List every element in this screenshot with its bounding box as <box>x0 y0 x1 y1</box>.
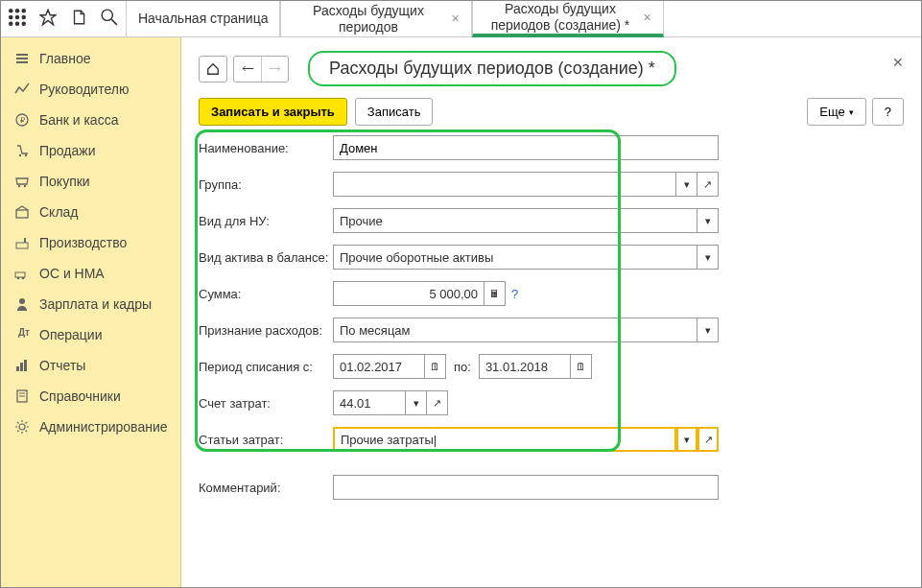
open-icon[interactable]: ↗ <box>697 172 719 197</box>
history-icon[interactable] <box>70 9 87 29</box>
period-label: Период списания с: <box>199 360 333 374</box>
recognition-input[interactable]: По месяцам ▾ <box>333 318 719 342</box>
chevron-down-icon[interactable]: ▾ <box>697 318 719 342</box>
main-content: ✕ 🡐 🡒 Расходы будущих периодов (создание… <box>181 37 921 587</box>
tab-start-page[interactable]: Начальная страница <box>126 1 280 36</box>
comment-value[interactable] <box>340 481 712 495</box>
sidebar-item-label: Отчеты <box>39 358 85 373</box>
sidebar-item-label: Зарплата и кадры <box>39 296 152 312</box>
sidebar-item-hr[interactable]: Зарплата и кадры <box>1 289 180 319</box>
nav-history: 🡐 🡒 <box>233 56 289 82</box>
calculator-icon[interactable]: 🖩 <box>485 281 506 306</box>
star-icon[interactable] <box>39 9 57 29</box>
close-icon[interactable]: ✕ <box>892 55 904 70</box>
sidebar-item-warehouse[interactable]: Склад <box>1 197 180 227</box>
sidebar-item-reports[interactable]: Отчеты <box>1 350 180 381</box>
svg-point-17 <box>25 154 27 156</box>
asset-label: Вид актива в балансе: <box>199 250 333 265</box>
sidebar-item-operations[interactable]: ДтОперации <box>1 319 180 350</box>
sidebar-item-production[interactable]: Производство <box>1 227 180 258</box>
close-icon[interactable]: ✕ <box>643 12 651 24</box>
period-to-value: 31.01.2018 <box>485 360 548 374</box>
chevron-down-icon[interactable]: ▾ <box>697 245 719 270</box>
comment-input[interactable] <box>333 475 719 500</box>
forward-button[interactable]: 🡒 <box>261 57 288 82</box>
action-bar: Записать и закрыть Записать Еще▾ ? <box>199 98 904 126</box>
apps-icon[interactable] <box>9 9 26 29</box>
sum-input[interactable]: 5 000,00 🖩 <box>333 281 506 306</box>
svg-point-5 <box>22 15 27 20</box>
chevron-down-icon[interactable]: ▾ <box>676 427 697 452</box>
sidebar-item-catalogs[interactable]: Справочники <box>1 381 180 412</box>
account-input[interactable]: 44.01 ▾ ↗ <box>333 390 448 415</box>
open-icon[interactable]: ↗ <box>427 390 448 415</box>
search-icon[interactable] <box>101 9 118 29</box>
sum-value: 5 000,00 <box>429 287 478 301</box>
tab-expenses-create[interactable]: Расходы будущих периодов (создание) * ✕ <box>472 1 664 37</box>
svg-rect-11 <box>16 54 28 56</box>
chevron-down-icon: ▾ <box>849 107 854 117</box>
close-icon[interactable]: ✕ <box>451 12 460 25</box>
sidebar-item-label: Операции <box>39 327 103 342</box>
more-label: Еще <box>819 105 844 119</box>
svg-point-9 <box>102 10 112 20</box>
home-button[interactable] <box>199 56 227 82</box>
sidebar-item-bank[interactable]: ₽Банк и касса <box>1 105 180 135</box>
save-close-button[interactable]: Записать и закрыть <box>199 98 347 126</box>
sidebar-item-purchases[interactable]: Покупки <box>1 166 180 197</box>
tab-label: Расходы будущих периодов (создание) * <box>485 1 635 34</box>
svg-point-7 <box>15 22 20 27</box>
help-button[interactable]: ? <box>872 98 904 126</box>
svg-point-3 <box>9 15 13 20</box>
asset-input[interactable]: Прочие оборотные активы ▾ <box>333 245 719 270</box>
sidebar-item-label: Склад <box>39 204 79 220</box>
open-icon[interactable]: ↗ <box>697 427 719 452</box>
svg-rect-12 <box>16 58 28 59</box>
sidebar-item-sales[interactable]: Продажи <box>1 135 180 166</box>
sidebar-item-admin[interactable]: Администрирование <box>1 412 180 442</box>
more-button[interactable]: Еще▾ <box>807 98 865 126</box>
group-input[interactable]: ▾ ↗ <box>333 172 719 197</box>
back-button[interactable]: 🡐 <box>234 57 261 82</box>
svg-rect-20 <box>16 210 28 218</box>
header-row: 🡐 🡒 Расходы будущих периодов (создание) … <box>199 51 904 86</box>
period-from-input[interactable]: 01.02.2017 🗓 <box>333 354 446 379</box>
top-toolbar: Начальная страница Расходы будущих перио… <box>1 1 921 37</box>
calendar-icon[interactable]: 🗓 <box>425 354 446 379</box>
cost-items-input[interactable]: Прочие затраты ▾ ↗ <box>333 427 719 452</box>
tab-expenses-list[interactable]: Расходы будущих периодов ✕ <box>280 1 472 36</box>
svg-point-25 <box>22 277 25 280</box>
period-to-input[interactable]: 31.01.2018 🗓 <box>479 354 592 379</box>
comment-label: Комментарий: <box>199 481 333 495</box>
calendar-icon[interactable]: 🗓 <box>571 354 592 379</box>
svg-rect-13 <box>16 61 28 63</box>
sidebar-item-label: Администрирование <box>39 419 168 435</box>
sidebar-item-assets[interactable]: ОС и НМА <box>1 258 180 289</box>
svg-point-2 <box>22 9 27 13</box>
sidebar-item-label: Банк и касса <box>39 112 118 128</box>
account-value: 44.01 <box>340 396 371 411</box>
svg-point-26 <box>19 298 25 304</box>
svg-rect-28 <box>16 366 19 371</box>
svg-point-19 <box>24 185 26 187</box>
sidebar-item-label: Продажи <box>39 143 95 158</box>
sidebar-item-main[interactable]: Главное <box>1 43 180 74</box>
chevron-down-icon[interactable]: ▾ <box>697 208 719 233</box>
svg-point-6 <box>9 22 13 27</box>
sidebar-item-label: Главное <box>39 51 91 66</box>
vidnu-input[interactable]: Прочие ▾ <box>333 208 719 233</box>
chevron-down-icon[interactable]: ▾ <box>406 390 427 415</box>
svg-point-16 <box>19 154 21 156</box>
help-icon[interactable]: ? <box>511 287 518 301</box>
svg-text:₽: ₽ <box>20 116 25 125</box>
account-label: Счет затрат: <box>199 396 333 411</box>
chevron-down-icon[interactable]: ▾ <box>676 172 697 197</box>
name-value[interactable] <box>340 141 712 155</box>
svg-text:Дт: Дт <box>18 327 30 338</box>
sidebar-item-manager[interactable]: Руководителю <box>1 74 180 105</box>
svg-rect-30 <box>24 360 27 371</box>
save-button[interactable]: Записать <box>355 98 434 126</box>
svg-point-1 <box>15 9 20 13</box>
sidebar-item-label: Руководителю <box>39 82 129 97</box>
name-input[interactable] <box>333 135 719 160</box>
